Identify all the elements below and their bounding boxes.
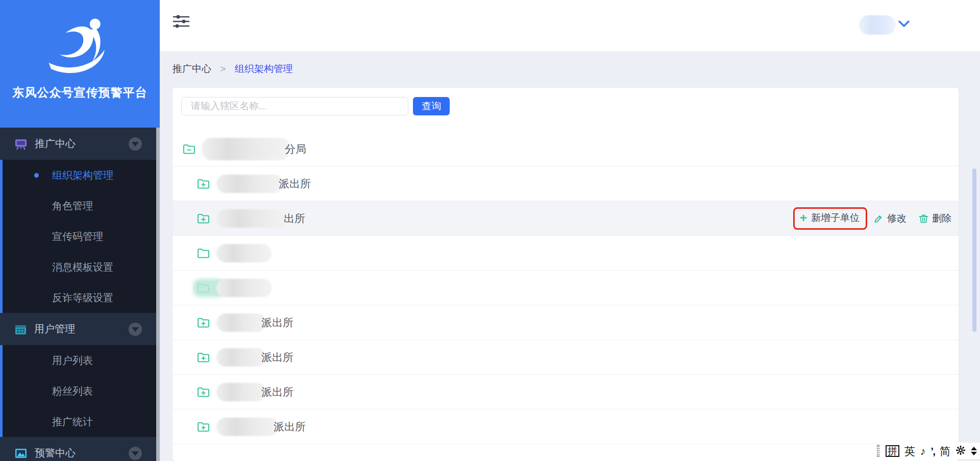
tree-row-label: 分局 bbox=[285, 142, 306, 156]
sidebar-item-label: 组织架构管理 bbox=[52, 168, 113, 182]
delete-button[interactable]: 删除 bbox=[919, 212, 951, 225]
brand-header: 东风公众号宣传预警平台 bbox=[0, 0, 160, 128]
ime-simplified-toggle[interactable]: 简 bbox=[940, 446, 950, 456]
tree-row[interactable]: 分局 bbox=[173, 132, 959, 166]
tree-row[interactable]: 派出所 bbox=[173, 340, 959, 375]
content-scrollbar[interactable] bbox=[972, 168, 976, 332]
ime-tone-icon[interactable]: ♪ bbox=[920, 446, 926, 456]
annotation-red-box: + 新增子单位 bbox=[793, 207, 867, 230]
gear-icon[interactable] bbox=[955, 445, 966, 457]
sidebar-item-org-structure[interactable]: 组织架构管理 bbox=[3, 160, 156, 190]
sidebar-group-user-mgmt[interactable]: 用户管理 bbox=[0, 313, 156, 345]
collapse-chevron-icon[interactable] bbox=[129, 137, 142, 151]
tree-row-label: 派出所 bbox=[261, 385, 293, 399]
sidebar-item-fans-list[interactable]: 粉丝列表 bbox=[3, 376, 156, 406]
tree-row[interactable]: 派出所 bbox=[173, 375, 959, 409]
folder-minus-icon[interactable] bbox=[182, 142, 196, 155]
tree-row[interactable]: 派出所 bbox=[173, 305, 959, 340]
collapse-chevron-icon[interactable] bbox=[129, 447, 142, 460]
redacted-name bbox=[216, 418, 279, 436]
user-menu-chevron[interactable] bbox=[898, 20, 910, 30]
tree-row[interactable] bbox=[173, 236, 959, 271]
redacted-name bbox=[216, 209, 289, 228]
sidebar-item-user-list[interactable]: 用户列表 bbox=[3, 345, 156, 376]
expand-arrows-icon[interactable] bbox=[971, 447, 977, 455]
folder-plus-icon[interactable] bbox=[197, 177, 210, 190]
sidebar-item-label: 宣传码管理 bbox=[52, 230, 103, 244]
ime-punctuation-toggle[interactable]: ’, bbox=[930, 446, 935, 456]
breadcrumb: 推广中心 > 组织架构管理 bbox=[173, 62, 293, 76]
redacted-name bbox=[216, 313, 266, 332]
org-structure-card: 查询 分局 bbox=[173, 88, 959, 461]
sidebar-item-promo-stats[interactable]: 推广统计 bbox=[3, 406, 156, 437]
presentation-board-icon bbox=[14, 138, 28, 150]
topbar bbox=[160, 0, 980, 51]
chevron-down-icon bbox=[898, 20, 910, 28]
picture-icon bbox=[14, 447, 28, 459]
sidebar-group-warning-center[interactable]: 预警中心 bbox=[0, 437, 156, 461]
folder-plus-icon[interactable] bbox=[197, 212, 210, 225]
redacted-name bbox=[202, 138, 290, 160]
pencil-icon bbox=[873, 213, 884, 224]
edit-label: 修改 bbox=[887, 212, 906, 225]
sidebar-item-label: 粉丝列表 bbox=[52, 384, 93, 398]
sidebar-group-label: 用户管理 bbox=[34, 322, 75, 336]
main-content: 推广中心 > 组织架构管理 查询 分局 bbox=[160, 51, 980, 461]
folder-plus-icon[interactable] bbox=[197, 351, 210, 363]
sidebar-item-antifraud-level[interactable]: 反诈等级设置 bbox=[3, 282, 156, 313]
folder-plus-icon[interactable] bbox=[197, 316, 210, 329]
sidebar-item-label: 角色管理 bbox=[52, 199, 93, 213]
tree-row[interactable]: 派出所 bbox=[173, 166, 959, 201]
edit-button[interactable]: 修改 bbox=[873, 212, 906, 225]
ime-drag-handle-icon[interactable] bbox=[877, 445, 879, 457]
brand-logo-icon bbox=[42, 14, 118, 80]
user-name-redacted[interactable] bbox=[859, 15, 896, 35]
org-tree: 分局 派出所 bbox=[173, 132, 959, 444]
tree-row-label: 出所 bbox=[284, 211, 305, 226]
search-row: 查询 bbox=[181, 97, 450, 115]
collapse-chevron-icon[interactable] bbox=[129, 323, 142, 336]
tree-row-label: 派出所 bbox=[261, 316, 293, 330]
folder-plus-icon[interactable] bbox=[197, 420, 210, 433]
breadcrumb-root[interactable]: 推广中心 bbox=[173, 63, 211, 74]
sidebar-scrollbar[interactable] bbox=[156, 128, 160, 461]
sidebar-group-promotion-center[interactable]: 推广中心 bbox=[0, 128, 156, 160]
query-button[interactable]: 查询 bbox=[413, 97, 450, 115]
sidebar-submenu-user: 用户列表 粉丝列表 推广统计 bbox=[0, 345, 156, 437]
redacted-name bbox=[216, 175, 284, 193]
active-dot-icon bbox=[34, 173, 39, 178]
sidebar-group-label: 推广中心 bbox=[35, 137, 76, 151]
app-title: 东风公众号宣传预警平台 bbox=[13, 85, 148, 101]
tree-row-label: 派出所 bbox=[279, 177, 311, 191]
redacted-name bbox=[216, 244, 272, 262]
plus-icon: + bbox=[800, 213, 807, 223]
add-sub-unit-button[interactable]: + 新增子单位 bbox=[800, 211, 860, 225]
redacted-name bbox=[216, 383, 266, 401]
breadcrumb-separator: > bbox=[220, 63, 226, 74]
tree-row[interactable] bbox=[173, 271, 959, 305]
folder-icon[interactable] bbox=[197, 247, 210, 259]
ime-pinyin-toggle[interactable]: 拼 bbox=[886, 445, 899, 457]
sidebar-submenu-promotion: 组织架构管理 角色管理 宣传码管理 消息模板设置 反诈等级设置 bbox=[0, 160, 156, 313]
row-actions: + 新增子单位 修改 bbox=[793, 201, 951, 236]
sidebar-item-role-mgmt[interactable]: 角色管理 bbox=[3, 190, 156, 221]
collapse-menu-button[interactable] bbox=[173, 14, 190, 29]
district-search-input[interactable] bbox=[181, 97, 408, 115]
tree-row[interactable]: 派出所 bbox=[173, 409, 959, 444]
sidebar-item-promo-code[interactable]: 宣传码管理 bbox=[3, 221, 156, 252]
redacted-name bbox=[216, 279, 272, 297]
sidebar-group-label: 预警中心 bbox=[35, 446, 76, 460]
sidebar-item-msg-template[interactable]: 消息模板设置 bbox=[3, 252, 156, 282]
folder-plus-icon[interactable] bbox=[197, 385, 210, 398]
ime-language-bar: 拼 英 ♪ ’, 简 bbox=[875, 443, 980, 459]
tree-row-label: 派出所 bbox=[261, 350, 293, 365]
tree-row-label: 派出所 bbox=[274, 420, 306, 434]
ime-english-toggle[interactable]: 英 bbox=[904, 446, 915, 456]
sidebar-item-label: 反诈等级设置 bbox=[52, 291, 113, 305]
add-sub-unit-label: 新增子单位 bbox=[811, 211, 860, 225]
tree-row-highlighted[interactable]: 出所 + 新增子单位 bbox=[173, 201, 959, 236]
calendar-icon bbox=[14, 323, 27, 335]
redacted-name bbox=[216, 348, 266, 367]
sidebar: 东风公众号宣传预警平台 推广中心 组织架构管理 角色管理 宣传码管理 bbox=[0, 0, 160, 461]
breadcrumb-current[interactable]: 组织架构管理 bbox=[235, 63, 293, 74]
